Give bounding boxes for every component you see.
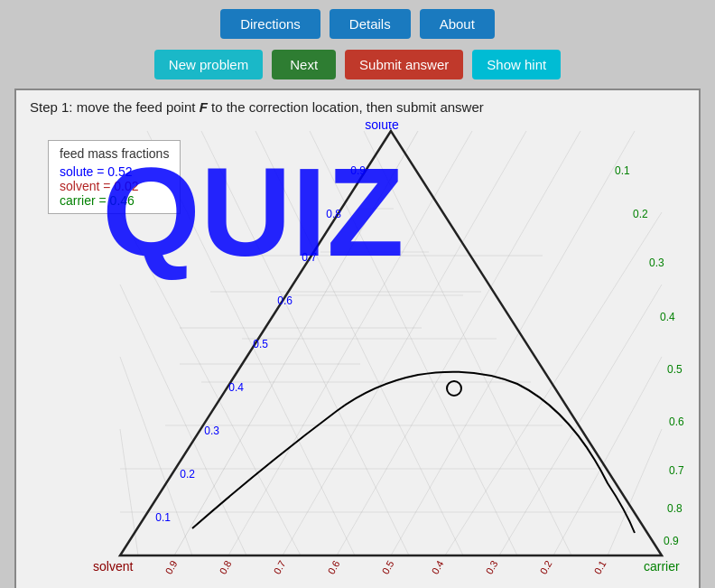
svg-text:0.2: 0.2	[180, 468, 195, 481]
action-bar: New problem Next Submit answer Show hint	[154, 50, 561, 79]
svg-line-16	[310, 131, 517, 555]
svg-text:0.1: 0.1	[155, 511, 171, 524]
svg-text:0.7: 0.7	[302, 251, 317, 264]
feed-point-label: F	[200, 99, 208, 115]
feed-mass-box: feed mass fractions solute = 0.52 solven…	[48, 140, 181, 214]
svg-line-18	[201, 131, 409, 555]
svg-text:0.5: 0.5	[380, 558, 396, 575]
svg-text:solvent: solvent	[93, 559, 133, 574]
svg-marker-32	[120, 131, 662, 555]
svg-text:0.8: 0.8	[667, 502, 682, 515]
show-hint-button[interactable]: Show hint	[472, 50, 561, 79]
svg-text:0.1: 0.1	[592, 558, 608, 575]
submit-answer-button[interactable]: Submit answer	[345, 50, 463, 79]
main-box: Step 1: move the feed point F to the cor…	[14, 89, 701, 588]
carrier-value: carrier = 0.46	[60, 193, 169, 208]
top-nav: Directions Details About	[220, 9, 495, 39]
svg-text:0.5: 0.5	[253, 338, 268, 350]
svg-text:0.9: 0.9	[664, 535, 679, 547]
svg-text:0.6: 0.6	[669, 415, 684, 428]
svg-text:carrier: carrier	[644, 559, 680, 574]
next-button[interactable]: Next	[272, 50, 336, 79]
svg-text:0.8: 0.8	[218, 558, 234, 575]
svg-text:0.9: 0.9	[163, 558, 180, 575]
svg-text:0.8: 0.8	[326, 208, 341, 220]
app-container: Directions Details About New problem Nex…	[0, 0, 715, 588]
svg-line-20	[120, 212, 301, 555]
svg-line-15	[364, 131, 571, 555]
svg-text:0.4: 0.4	[228, 381, 244, 394]
svg-text:0.5: 0.5	[667, 363, 682, 376]
svg-line-21	[120, 285, 246, 555]
svg-text:0.3: 0.3	[649, 257, 664, 269]
svg-line-8	[283, 131, 526, 555]
svg-text:0.4: 0.4	[430, 558, 446, 575]
details-button[interactable]: Details	[330, 9, 411, 39]
svg-line-13	[553, 357, 662, 555]
solute-value: solute = 0.52	[60, 164, 169, 179]
step-instruction: Step 1: move the feed point F to the cor…	[30, 99, 685, 115]
svg-text:0.7: 0.7	[272, 558, 288, 575]
svg-text:solute: solute	[365, 122, 399, 132]
chart-area: feed mass fractions solute = 0.52 solven…	[30, 122, 685, 588]
svg-text:0.1: 0.1	[615, 164, 630, 177]
svg-point-33	[447, 381, 461, 396]
svg-text:0.9: 0.9	[350, 164, 366, 177]
svg-text:0.6: 0.6	[277, 294, 292, 307]
solvent-value: solvent = 0.02	[60, 179, 169, 193]
svg-text:0.6: 0.6	[326, 558, 342, 575]
svg-text:0.3: 0.3	[204, 425, 219, 437]
svg-line-9	[337, 131, 580, 555]
feed-mass-title: feed mass fractions	[60, 146, 169, 161]
svg-line-6	[174, 131, 418, 555]
svg-text:0.4: 0.4	[660, 311, 675, 323]
svg-text:0.2: 0.2	[633, 208, 648, 220]
directions-button[interactable]: Directions	[220, 9, 320, 39]
svg-line-14	[608, 429, 662, 555]
new-problem-button[interactable]: New problem	[154, 50, 263, 79]
svg-line-22	[120, 357, 192, 555]
svg-text:0.2: 0.2	[538, 558, 554, 575]
svg-line-10	[391, 131, 635, 555]
svg-line-12	[499, 285, 662, 555]
svg-line-23	[120, 429, 138, 555]
svg-text:0.7: 0.7	[669, 464, 684, 477]
svg-text:0.3: 0.3	[484, 558, 500, 575]
about-button[interactable]: About	[420, 9, 495, 39]
